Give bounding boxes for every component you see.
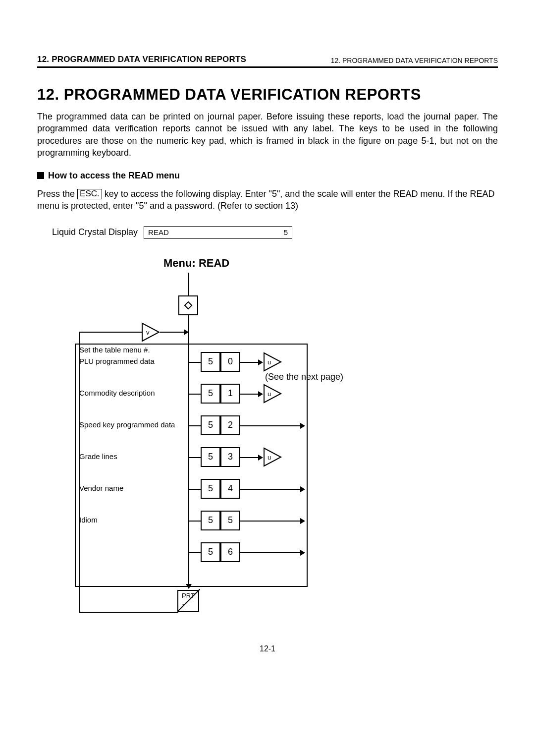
arrow-right-icon [184, 329, 189, 335]
lcd-right: 5 [284, 228, 288, 236]
arrow-right-icon [300, 486, 305, 492]
subheading: How to access the READ menu [37, 171, 498, 181]
table-header-label: Set the table menu #. [79, 346, 150, 354]
line [240, 552, 302, 553]
line [240, 457, 260, 458]
svg-marker-0 [142, 323, 159, 341]
lcd-left: READ [148, 228, 169, 236]
diamond-icon [184, 301, 193, 309]
line [240, 489, 302, 490]
row3-key1: 5 [201, 447, 220, 467]
bullet-square-icon [37, 172, 44, 179]
row6-key1: 5 [201, 542, 220, 562]
esc-key: ESC. [77, 189, 102, 199]
line [240, 394, 260, 395]
page-title: 12. PROGRAMMED DATA VERIFICATION REPORTS [37, 86, 498, 104]
line [240, 521, 302, 522]
arrow-right-icon [258, 455, 263, 461]
row3-key2: 3 [220, 447, 240, 467]
v-triangle-icon: v [141, 322, 161, 342]
row4-key1: 5 [201, 479, 220, 499]
intro-paragraph: The programmed data can be printed on jo… [37, 111, 498, 159]
row1-label: Commodity description [79, 389, 155, 397]
header-right: 12. PROGRAMMED DATA VERIFICATION REPORTS [331, 57, 498, 64]
row2-key1: 5 [201, 415, 220, 435]
arrow-right-icon [300, 518, 305, 524]
prt-diagonal-icon [178, 589, 200, 611]
line [79, 332, 142, 333]
lcd-label: Liquid Crystal Display [52, 227, 138, 237]
svg-text:u: u [268, 454, 271, 461]
row0-key1: 5 [201, 352, 220, 372]
row3-triangle-icon: u [263, 447, 283, 467]
see-next-page: (See the next page) [265, 372, 343, 382]
prt-key: PRT * [177, 590, 199, 612]
arrow-right-icon [300, 550, 305, 556]
prt-star: * [182, 602, 185, 610]
arrow-right-icon [300, 423, 305, 429]
lcd-box: READ 5 [144, 226, 292, 239]
row2-label: Speed key programmed data [79, 420, 175, 429]
svg-marker-6 [264, 448, 281, 466]
line [75, 344, 76, 586]
line [75, 344, 308, 345]
svg-text:u: u [268, 358, 271, 366]
header-bar: 12. PROGRAMMED DATA VERIFICATION REPORTS… [37, 55, 498, 68]
row6-key2: 6 [220, 542, 240, 562]
svg-marker-2 [264, 353, 281, 371]
subheading-text: How to access the READ menu [48, 171, 180, 180]
row1-key1: 5 [201, 384, 220, 404]
row1-triangle-icon: u [263, 384, 283, 404]
menu-title: Menu: READ [163, 257, 498, 270]
line [79, 612, 178, 613]
row0-label: PLU programmed data [79, 357, 155, 365]
line [188, 425, 201, 426]
lcd-row: Liquid Crystal Display READ 5 [52, 226, 498, 239]
svg-text:v: v [146, 329, 150, 336]
line [188, 521, 201, 522]
page: 12. PROGRAMMED DATA VERIFICATION REPORTS… [0, 0, 535, 673]
svg-marker-4 [264, 385, 281, 403]
line [188, 362, 201, 363]
row4-key2: 4 [220, 479, 240, 499]
svg-line-8 [178, 589, 200, 611]
row5-key2: 5 [220, 511, 240, 530]
row0-key2: 0 [220, 352, 240, 372]
line [79, 332, 80, 612]
line [188, 273, 189, 295]
line [188, 457, 201, 458]
row2-key2: 2 [220, 415, 240, 435]
line [188, 489, 201, 490]
line [240, 425, 302, 426]
line [188, 394, 201, 395]
line [240, 362, 260, 363]
row3-label: Grade lines [79, 452, 117, 461]
arrow-down-icon [186, 584, 192, 589]
arrow-right-icon [258, 359, 263, 365]
header-left: 12. PROGRAMMED DATA VERIFICATION REPORTS [37, 55, 246, 64]
page-number: 12-1 [37, 644, 498, 653]
row5-label: Idiom [79, 516, 98, 524]
row1-key2: 1 [220, 384, 240, 404]
flow-diagram: v Set the table menu #. PLU programmed d… [52, 273, 478, 630]
access-paragraph: Press the ESC. key to access the followi… [37, 188, 498, 212]
para2-b: key to access the following display. Ent… [37, 189, 495, 211]
row4-label: Vendor name [79, 484, 123, 492]
row0-triangle-icon: u [263, 352, 283, 372]
para2-a: Press the [37, 189, 77, 199]
row5-key1: 5 [201, 511, 220, 530]
svg-text:u: u [268, 390, 271, 398]
line [188, 552, 201, 553]
diamond-box [178, 295, 198, 315]
arrow-right-icon [258, 391, 263, 397]
